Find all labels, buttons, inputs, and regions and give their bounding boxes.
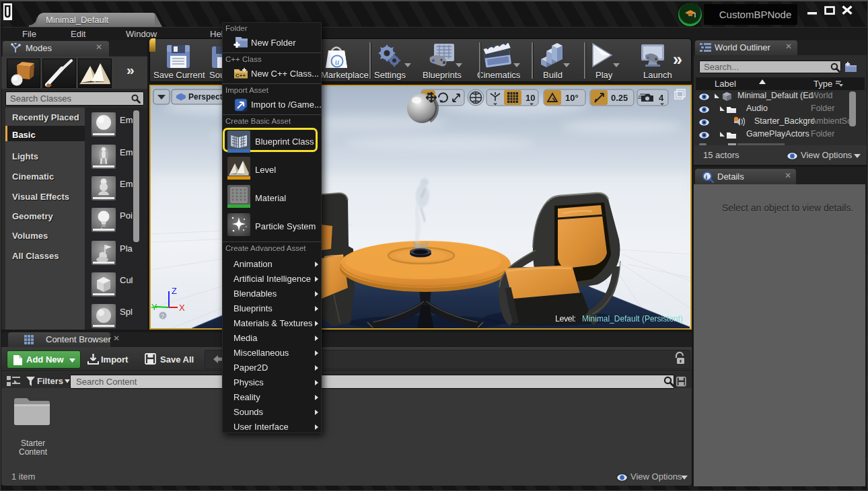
svg-text:Perspecti: Perspecti <box>188 92 225 102</box>
svg-text:Minimal_Default (Persistent): Minimal_Default (Persistent) <box>582 314 683 324</box>
svg-text:Level:: Level: <box>555 314 576 324</box>
svg-text:X: X <box>179 303 185 313</box>
svg-text:?: ? <box>161 313 164 319</box>
svg-text:Y: Y <box>151 302 157 312</box>
svg-text:10: 10 <box>526 93 535 103</box>
svg-text:C++: C++ <box>236 73 246 79</box>
svg-text:Z: Z <box>172 286 177 296</box>
svg-text:u: u <box>335 56 340 67</box>
svg-text:10°: 10° <box>565 93 579 103</box>
svg-text:4: 4 <box>659 93 664 103</box>
svg-text:0.25: 0.25 <box>611 93 628 103</box>
